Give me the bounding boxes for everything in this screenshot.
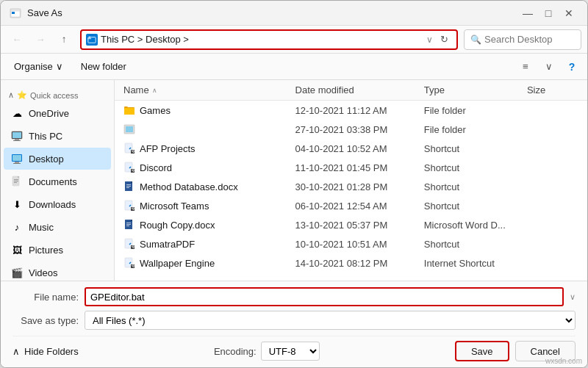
minimize-button[interactable]: — bbox=[518, 4, 537, 23]
file-name: Wallpaper Engine bbox=[140, 258, 215, 269]
address-bar-icon bbox=[86, 34, 98, 46]
file-date: 11-10-2021 01:45 PM bbox=[295, 162, 424, 173]
up-button[interactable]: ↑ bbox=[54, 29, 74, 50]
encoding-area: Encoding: UTF-8 bbox=[214, 342, 320, 361]
table-row[interactable]: 27-10-2021 03:38 PM File folder bbox=[115, 120, 587, 139]
table-row[interactable]: Discord 11-10-2021 01:45 PM Shortcut bbox=[115, 158, 587, 177]
filename-label: File name: bbox=[12, 292, 79, 303]
file-name: Games bbox=[140, 105, 171, 116]
file-icon bbox=[123, 123, 135, 135]
maximize-button[interactable]: □ bbox=[539, 4, 558, 23]
close-button[interactable]: ✕ bbox=[559, 4, 578, 23]
file-date: 30-10-2021 01:28 PM bbox=[295, 181, 424, 192]
pictures-icon: 🖼 bbox=[11, 244, 23, 256]
table-row[interactable]: Microsoft Teams 06-10-2021 12:54 AM Shor… bbox=[115, 196, 587, 215]
svg-rect-37 bbox=[126, 226, 129, 226]
sidebar-item-videos-label: Videos bbox=[29, 267, 58, 278]
sidebar-item-onedrive-label: OneDrive bbox=[29, 108, 69, 119]
sidebar-item-pictures[interactable]: 🖼 Pictures bbox=[4, 239, 111, 261]
file-name: Microsoft Teams bbox=[140, 201, 209, 212]
column-size[interactable]: Size bbox=[527, 84, 578, 95]
table-row[interactable]: SumatraPDF 10-10-2021 10:51 AM Shortcut bbox=[115, 234, 587, 253]
address-path: This PC > Desktop > bbox=[101, 34, 423, 45]
svg-rect-19 bbox=[124, 108, 135, 115]
music-icon: ♪ bbox=[11, 221, 23, 233]
videos-icon: 🎬 bbox=[11, 267, 23, 278]
file-name: Rough Copy.docx bbox=[140, 220, 215, 231]
file-icon bbox=[123, 162, 135, 173]
svg-rect-18 bbox=[14, 182, 17, 183]
file-icon bbox=[123, 219, 135, 231]
svg-rect-12 bbox=[15, 162, 19, 163]
svg-rect-9 bbox=[13, 140, 21, 141]
sidebar-item-downloads[interactable]: ⬇ Downloads bbox=[4, 193, 111, 215]
back-button[interactable]: ← bbox=[7, 29, 27, 50]
file-type: Shortcut bbox=[424, 162, 527, 173]
file-type: Shortcut bbox=[424, 143, 527, 154]
file-pane: Name ∧ Date modified Type Size Games 12- bbox=[115, 80, 587, 281]
organise-label: Organise bbox=[14, 61, 53, 72]
sidebar-item-music[interactable]: ♪ Music bbox=[4, 216, 111, 238]
file-type: Microsoft Word D... bbox=[424, 220, 527, 231]
table-row[interactable]: Method Database.docx 30-10-2021 01:28 PM… bbox=[115, 177, 587, 196]
filetype-select[interactable]: All Files (*.*) bbox=[85, 311, 576, 330]
documents-icon bbox=[11, 176, 23, 187]
search-box[interactable]: 🔍 bbox=[464, 29, 581, 50]
new-folder-label: New folder bbox=[81, 61, 126, 72]
organise-button[interactable]: Organise ∨ bbox=[7, 57, 71, 77]
svg-rect-3 bbox=[88, 37, 96, 43]
hide-folders-button[interactable]: ∧ Hide Folders bbox=[12, 346, 79, 357]
save-button[interactable]: Save bbox=[455, 341, 509, 361]
address-chevron-icon[interactable]: ∨ bbox=[426, 35, 433, 45]
table-row[interactable]: Games 12-10-2021 11:12 AM File folder bbox=[115, 101, 587, 120]
column-date[interactable]: Date modified bbox=[295, 84, 424, 95]
table-row[interactable]: Wallpaper Engine 14-10-2021 08:12 PM Int… bbox=[115, 253, 587, 273]
encoding-select[interactable]: UTF-8 bbox=[261, 342, 320, 361]
svg-rect-29 bbox=[126, 186, 131, 187]
svg-rect-2 bbox=[12, 12, 15, 14]
file-name: Method Database.docx bbox=[140, 181, 238, 192]
view-button[interactable]: ≡ bbox=[515, 57, 536, 77]
search-input[interactable] bbox=[484, 34, 588, 45]
help-button[interactable]: ? bbox=[562, 57, 581, 76]
dialog-title: Save As bbox=[27, 7, 518, 18]
file-date: 13-10-2021 05:37 PM bbox=[295, 220, 424, 231]
view-chevron-button[interactable]: ∨ bbox=[539, 57, 559, 77]
svg-rect-8 bbox=[15, 139, 19, 140]
svg-rect-13 bbox=[13, 163, 21, 164]
sidebar-item-onedrive[interactable]: ☁ OneDrive bbox=[4, 102, 111, 124]
sidebar-item-music-label: Music bbox=[29, 222, 54, 233]
table-row[interactable]: Rough Copy.docx 13-10-2021 05:37 PM Micr… bbox=[115, 215, 587, 234]
svg-rect-5 bbox=[89, 36, 91, 37]
file-name: AFP Projects bbox=[140, 143, 196, 154]
column-name[interactable]: Name ∧ bbox=[123, 84, 295, 95]
file-name: Discord bbox=[140, 162, 172, 173]
column-type[interactable]: Type bbox=[424, 84, 527, 95]
organise-chevron-icon: ∨ bbox=[56, 61, 63, 72]
file-date: 10-10-2021 10:51 AM bbox=[295, 239, 424, 250]
filename-chevron-icon: ∨ bbox=[570, 292, 576, 302]
table-row[interactable]: AFP Projects 04-10-2021 10:52 AM Shortcu… bbox=[115, 139, 587, 158]
svg-rect-7 bbox=[12, 132, 21, 138]
sidebar-item-documents[interactable]: Documents bbox=[4, 170, 111, 192]
filename-input[interactable] bbox=[85, 287, 564, 306]
sidebar-item-this-pc[interactable]: This PC bbox=[4, 125, 111, 147]
window-controls: — □ ✕ bbox=[518, 4, 578, 23]
main-area: ∧ ⭐ Quick access ☁ OneDrive This PC bbox=[1, 80, 587, 281]
quick-access-icon: ⭐ bbox=[17, 90, 27, 100]
sidebar-item-videos[interactable]: 🎬 Videos bbox=[4, 261, 111, 281]
svg-rect-30 bbox=[126, 187, 129, 188]
nav-bar: ← → ↑ This PC > Desktop > ∨ ↻ 🔍 bbox=[1, 26, 587, 54]
sidebar-item-desktop-label: Desktop bbox=[29, 154, 64, 165]
refresh-button[interactable]: ↻ bbox=[436, 32, 452, 48]
svg-rect-4 bbox=[88, 38, 91, 39]
bottom-bar: File name: ∨ Save as type: All Files (*.… bbox=[1, 281, 587, 367]
sort-icon: ∧ bbox=[152, 87, 157, 94]
address-bar[interactable]: This PC > Desktop > ∨ ↻ bbox=[80, 29, 458, 50]
forward-button[interactable]: → bbox=[30, 29, 51, 50]
file-date: 04-10-2021 10:52 AM bbox=[295, 143, 424, 154]
new-folder-button[interactable]: New folder bbox=[74, 57, 134, 77]
file-icon bbox=[123, 104, 135, 116]
file-type: Shortcut bbox=[424, 201, 527, 212]
sidebar-item-desktop[interactable]: Desktop bbox=[4, 148, 111, 170]
